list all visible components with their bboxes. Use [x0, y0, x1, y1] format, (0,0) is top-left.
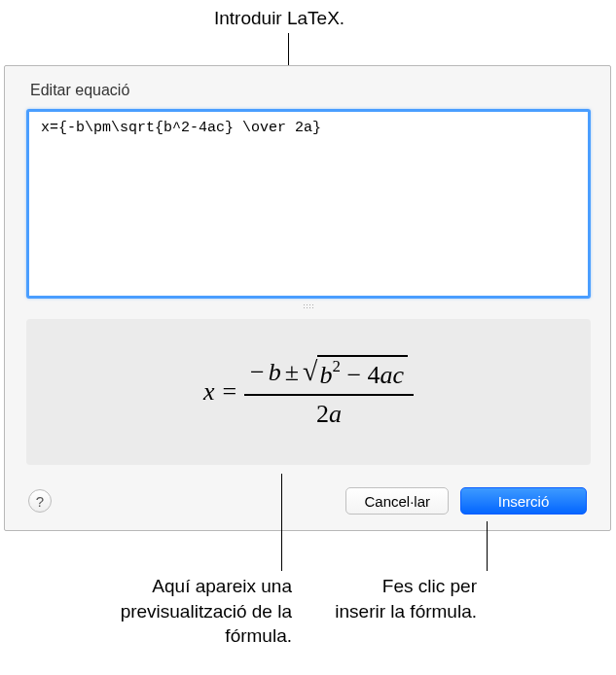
formula-denominator: 2a: [244, 394, 414, 429]
var-ac: ac: [380, 361, 405, 389]
equation-editor-dialog: Editar equació x = −b ± √ b2 − 4ac: [4, 65, 611, 531]
latex-input[interactable]: [26, 109, 591, 299]
var-b2: b: [319, 361, 332, 389]
const-2: 2: [316, 400, 329, 428]
dialog-title: Editar equació: [30, 82, 129, 99]
minus-sign: −: [346, 361, 361, 389]
plus-minus: ±: [285, 358, 299, 387]
const-4: 4: [368, 361, 380, 389]
neg-sign: −: [250, 358, 265, 387]
formula-eq: =: [222, 377, 236, 407]
insert-button[interactable]: Inserció: [460, 487, 587, 515]
callout-line: [487, 521, 488, 571]
var-a: a: [329, 400, 342, 428]
sqrt-icon: √: [303, 358, 317, 393]
help-button[interactable]: ?: [28, 489, 52, 513]
formula-numerator: −b ± √ b2 − 4ac: [244, 355, 414, 394]
sqrt-body: b2 − 4ac: [317, 355, 408, 390]
rendered-formula: x = −b ± √ b2 − 4ac 2a: [203, 355, 414, 429]
callout-preview: Aquí apareix una previsualització de la …: [68, 574, 292, 649]
resize-grip[interactable]: [303, 303, 314, 309]
formula-preview: x = −b ± √ b2 − 4ac 2a: [26, 319, 591, 465]
callout-line: [281, 474, 282, 571]
callout-line: [288, 33, 289, 65]
formula-lhs: x: [203, 377, 215, 407]
var-b: b: [269, 358, 281, 387]
formula-fraction: −b ± √ b2 − 4ac 2a: [244, 355, 414, 429]
callout-top: Introduir LaTeX.: [214, 6, 344, 31]
exp-2: 2: [332, 357, 340, 375]
sqrt-expression: √ b2 − 4ac: [303, 355, 408, 390]
callout-insert: Fes clic per inserir la fórmula.: [331, 574, 477, 623]
cancel-button[interactable]: Cancel·lar: [345, 487, 449, 515]
